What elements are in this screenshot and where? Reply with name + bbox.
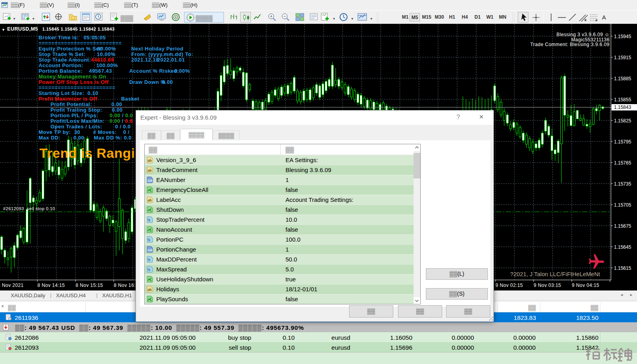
svg-text:½: ½ <box>148 238 150 242</box>
svg-text:F: F <box>596 19 598 22</box>
svg-text:123: 123 <box>148 179 153 182</box>
svg-text:½: ½ <box>148 268 150 272</box>
svg-text:ab: ab <box>148 168 152 172</box>
svg-text:ab: ab <box>148 198 152 202</box>
svg-text:E: E <box>585 18 587 22</box>
svg-text:123: 123 <box>148 248 153 252</box>
svg-text:½: ½ <box>148 258 150 262</box>
svg-text:ab: ab <box>148 159 152 163</box>
svg-text:ab: ab <box>148 288 152 292</box>
svg-text:½: ½ <box>148 218 150 222</box>
